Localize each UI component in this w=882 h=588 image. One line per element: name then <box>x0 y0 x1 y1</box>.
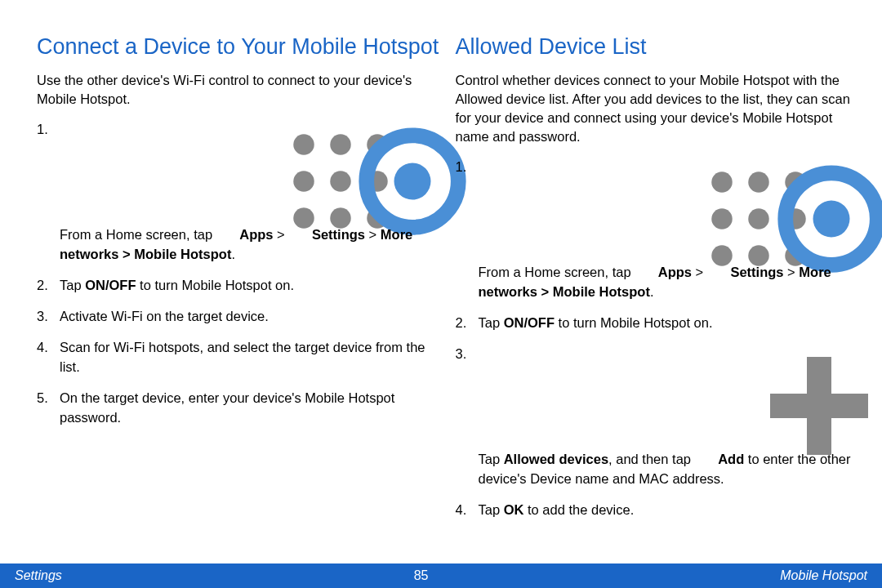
step-item: 1. From a Home screen, tap Apps > Settin… <box>37 120 439 265</box>
bold-text: Allowed devices <box>504 452 608 466</box>
step-item: 4. Tap OK to add the device. <box>456 501 858 520</box>
text: to add the device. <box>523 502 634 517</box>
text: Tap <box>479 452 504 466</box>
step-number: 1. <box>456 158 479 302</box>
step-item: 5. On the target device, enter your devi… <box>37 389 439 428</box>
step-item: 3. Activate Wi-Fi on the target device. <box>37 307 439 327</box>
heading-allowed: Allowed Device List <box>456 33 858 61</box>
step-number: 3. <box>456 345 479 489</box>
apps-icon <box>218 120 234 136</box>
text: . <box>231 247 235 261</box>
text: , and then tap <box>608 452 695 466</box>
step-number: 4. <box>37 338 60 377</box>
step-number: 4. <box>456 501 479 520</box>
footer-right: Mobile Hotspot <box>780 568 867 583</box>
bold-text: Apps <box>658 265 692 279</box>
intro-text: Use the other device's Wi-Fi control to … <box>37 71 439 109</box>
plus-icon <box>697 345 713 361</box>
text: to turn Mobile Hotspot on. <box>555 315 713 330</box>
heading-connect: Connect a Device to Your Mobile Hotspot <box>37 33 439 61</box>
content-area: Connect a Device to Your Mobile Hotspot … <box>0 0 882 564</box>
step-number: 1. <box>37 120 60 265</box>
step-number: 3. <box>37 307 60 327</box>
text: . <box>650 284 654 299</box>
text: Tap <box>479 502 504 517</box>
step-item: 2. Tap ON/OFF to turn Mobile Hotspot on. <box>456 314 858 333</box>
manual-page: Connect a Device to Your Mobile Hotspot … <box>0 0 882 588</box>
text: > <box>692 265 707 279</box>
step-item: 1. From a Home screen, tap Apps > Settin… <box>456 158 858 302</box>
step-number: 2. <box>37 276 60 296</box>
text: to turn Mobile Hotspot on. <box>136 278 295 292</box>
page-footer: Settings 85 Mobile Hotspot <box>0 564 882 588</box>
text: Tap <box>60 278 85 292</box>
right-column: Allowed Device List Control whether devi… <box>456 33 858 564</box>
settings-icon <box>709 158 725 174</box>
step-body: Activate Wi-Fi on the target device. <box>60 307 439 327</box>
step-item: 2. Tap ON/OFF to turn Mobile Hotspot on. <box>37 276 439 296</box>
step-body: Tap Allowed devices, and then tap Add to… <box>479 345 858 489</box>
bold-text: ON/OFF <box>85 278 136 292</box>
intro-text: Control whether devices connect to your … <box>456 71 858 146</box>
bold-text: Add <box>718 452 744 466</box>
text: Tap <box>479 315 504 330</box>
step-item: 3. Tap Allowed devices, and then tap Add… <box>456 345 858 489</box>
step-number: 2. <box>456 314 479 333</box>
left-column: Connect a Device to Your Mobile Hotspot … <box>37 33 439 564</box>
step-item: 4. Scan for Wi-Fi hotspots, and select t… <box>37 338 439 377</box>
page-number: 85 <box>414 568 429 583</box>
footer-left: Settings <box>15 568 62 583</box>
text: From a Home screen, tap <box>479 265 635 279</box>
step-number: 5. <box>37 389 60 428</box>
step-body: Scan for Wi-Fi hotspots, and select the … <box>60 338 439 377</box>
steps-list: 1. From a Home screen, tap Apps > Settin… <box>37 120 439 427</box>
step-body: Tap ON/OFF to turn Mobile Hotspot on. <box>479 314 858 333</box>
text: > <box>365 227 381 242</box>
step-body: From a Home screen, tap Apps > Settings … <box>479 158 858 302</box>
text: > <box>784 265 800 279</box>
step-body: Tap OK to add the device. <box>479 501 858 520</box>
text: > <box>274 227 289 242</box>
text: From a Home screen, tap <box>60 227 216 242</box>
apps-icon <box>636 158 653 174</box>
step-body: On the target device, enter your device'… <box>60 389 439 428</box>
bold-text: Settings <box>730 265 783 279</box>
steps-list: 1. From a Home screen, tap Apps > Settin… <box>456 158 858 520</box>
bold-text: Settings <box>312 227 365 242</box>
bold-text: OK <box>504 502 524 517</box>
step-body: Tap ON/OFF to turn Mobile Hotspot on. <box>60 276 439 296</box>
bold-text: ON/OFF <box>504 315 555 330</box>
settings-icon <box>290 120 306 136</box>
bold-text: Apps <box>239 227 273 242</box>
step-body: From a Home screen, tap Apps > Settings … <box>60 120 439 265</box>
